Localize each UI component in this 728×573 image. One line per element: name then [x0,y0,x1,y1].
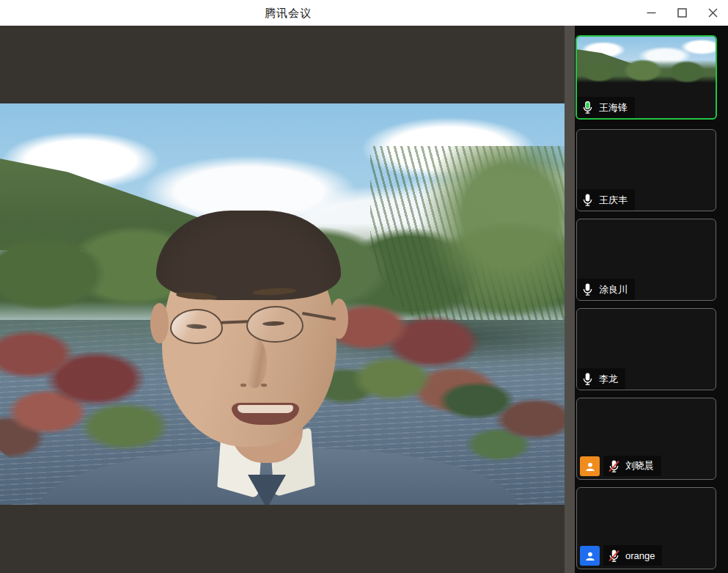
participant-label: 李龙 [577,368,625,390]
speaker-hair [156,211,341,300]
maximize-button[interactable] [666,0,697,26]
participant-name: orange [625,550,655,561]
minimize-icon [647,8,656,18]
person-icon [584,550,596,562]
mic-on-icon [581,282,595,296]
window-title: 腾讯会议 [0,0,576,26]
participant-name: 王庆丰 [599,194,628,207]
participant-tile-1[interactable]: 王海锋 [576,35,717,120]
participant-label: 王庆丰 [577,189,635,211]
close-button[interactable] [697,0,728,26]
participant-label: 刘晓晨 [603,456,661,476]
maximize-icon [677,8,687,18]
person-icon [584,461,596,472]
member-badge-orange [580,456,600,476]
mic-on-icon [581,372,595,386]
main-stage [0,26,565,573]
participant-label: orange [603,545,662,566]
participant-tile-4[interactable]: 李龙 [576,308,716,390]
main-speaker-video[interactable] [0,103,565,505]
participant-tile-3[interactable]: 涂良川 [576,219,716,301]
participant-name: 涂良川 [599,283,628,296]
mic-muted-icon [607,459,621,473]
participant-tile-2[interactable]: 王庆丰 [576,129,716,211]
participant-name: 王海锋 [599,101,628,114]
titlebar: 腾讯会议 [0,0,728,26]
participant-name: 李龙 [599,373,618,386]
speaker-glasses-left-lens [170,309,223,344]
participant-label: 涂良川 [577,279,635,300]
participant-thumbnails: 王海锋 王庆丰 [576,35,723,573]
participant-label-row: 刘晓晨 [580,456,661,476]
participant-tile-5[interactable]: 刘晓晨 [576,398,716,480]
speaker-ear-left [150,303,169,343]
window-controls [633,0,728,26]
close-icon [708,8,718,18]
mic-on-icon [581,193,595,207]
panel-divider [565,26,575,573]
participant-label: 王海锋 [577,97,635,118]
speaker-nostrils [236,381,271,390]
participants-panel: 王海锋 王庆丰 [565,26,728,573]
participant-tile-6[interactable]: orange [576,487,716,569]
scene-shrub-far-right [433,368,565,470]
mic-muted-icon [607,549,621,563]
minimize-button[interactable] [636,0,666,26]
member-badge-blue [580,546,600,566]
participant-name: 刘晓晨 [625,459,654,472]
participant-label-row: orange [580,545,662,566]
tencent-meeting-window: 腾讯会议 [0,0,728,573]
mic-active-icon [581,101,595,114]
